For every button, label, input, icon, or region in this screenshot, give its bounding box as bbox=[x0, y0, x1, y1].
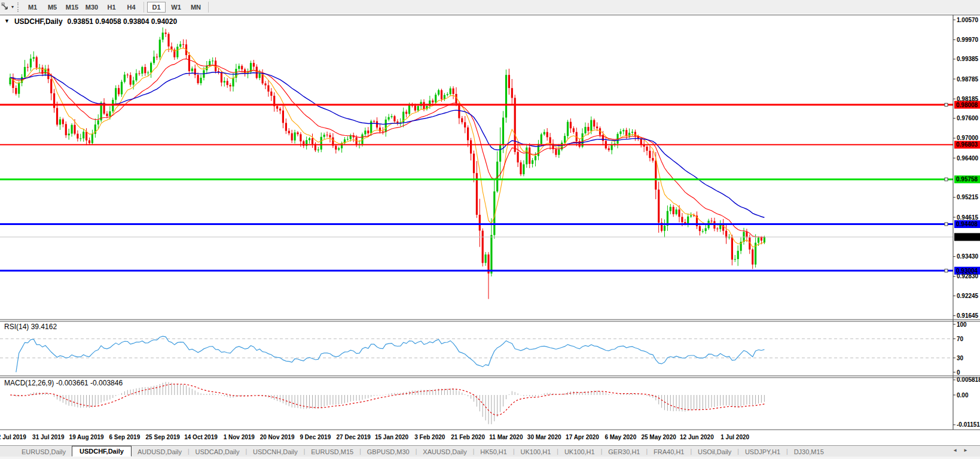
date-axis-label: 20 Nov 2019 bbox=[260, 434, 295, 440]
tab-usdcnh-daily[interactable]: USDCNH,Daily bbox=[247, 447, 304, 457]
date-axis-label: 1 Nov 2019 bbox=[224, 434, 255, 440]
price-axis-tick-label: 0.97000 bbox=[957, 135, 979, 141]
timeframe-button-m15[interactable]: M15 bbox=[63, 2, 81, 13]
date-axis-label: 15 Jan 2020 bbox=[375, 434, 408, 440]
timeframe-button-d1[interactable]: D1 bbox=[147, 2, 166, 13]
timeframe-button-m30[interactable]: M30 bbox=[83, 2, 101, 13]
price-axis-tick-label: 0.99385 bbox=[957, 56, 979, 62]
tab-usdcad-daily[interactable]: USDCAD,Daily bbox=[190, 447, 246, 457]
price-axis-tick-label: 0.92830 bbox=[957, 273, 979, 279]
hline-handle[interactable] bbox=[945, 178, 948, 181]
timeframe-buttons: M1M5M15M30H1H4D1W1MN bbox=[23, 2, 211, 13]
date-axis-label: 12 Jul 2019 bbox=[0, 434, 26, 440]
date-axis-label: 14 Oct 2019 bbox=[184, 434, 218, 440]
price-axis-tick-label: 0.93430 bbox=[957, 253, 979, 260]
toolbar-separator bbox=[144, 2, 144, 13]
timeframe-button-h4[interactable]: H4 bbox=[122, 2, 141, 13]
timeframe-button-w1[interactable]: W1 bbox=[167, 2, 185, 13]
timeframe-button-m1[interactable]: M1 bbox=[23, 2, 42, 13]
timeframe-button-m5[interactable]: M5 bbox=[43, 2, 62, 13]
tab-dj30-m15[interactable]: DJ30,M15 bbox=[788, 447, 830, 457]
date-axis-label: 1 Jul 2020 bbox=[721, 434, 749, 440]
tab-uk100-h1[interactable]: UK100,H1 bbox=[558, 447, 601, 457]
price-axis-tick-label: 0.97600 bbox=[957, 115, 979, 121]
date-axis-label: 27 Dec 2019 bbox=[337, 434, 371, 440]
price-axis-tick-label: 0.98185 bbox=[957, 96, 979, 102]
tab-eurusd-daily[interactable]: EURUSD,Daily bbox=[16, 447, 72, 457]
date-axis-label: 6 Sep 2019 bbox=[109, 434, 141, 440]
status-strip bbox=[0, 457, 980, 459]
hline-handle[interactable] bbox=[945, 269, 948, 272]
tab-ger30-h1[interactable]: GER30,H1 bbox=[602, 447, 646, 457]
chart-title: ▼ USDCHF,Daily 0.93851 0.94058 0.93804 0… bbox=[4, 17, 177, 26]
date-axis-label: 11 Mar 2020 bbox=[489, 434, 523, 440]
tab-usoil-daily[interactable]: USOil,Daily bbox=[692, 447, 737, 457]
price-axis-tick-label: 0.99970 bbox=[957, 37, 979, 43]
date-axis-label: 25 May 2020 bbox=[641, 434, 676, 440]
price-axis-tick-label: 0.96400 bbox=[957, 155, 979, 162]
date-axis-label: 17 Apr 2020 bbox=[566, 434, 599, 440]
hline-handle[interactable] bbox=[945, 223, 948, 226]
toolbar-left-group: ▾ bbox=[0, 2, 23, 12]
chart-ohlc-values: 0.93851 0.94058 0.93804 0.94020 bbox=[68, 17, 178, 26]
rsi-indicator-label: RSI(14) 39.4162 bbox=[4, 323, 57, 331]
tool-dropdown-caret-icon[interactable]: ▾ bbox=[11, 4, 14, 10]
hline-price-label: 0.94408 bbox=[956, 221, 978, 227]
tab-eurusd-m15[interactable]: EURUSD,M15 bbox=[305, 447, 359, 457]
hline-price-label: 0.98008 bbox=[956, 102, 978, 108]
tab-usdchf-daily[interactable]: USDCHF,Daily bbox=[72, 446, 132, 457]
chart-tabs: EURUSD,Daily|USDCHF,Daily|AUDUSD,Daily|U… bbox=[16, 446, 830, 457]
trading-platform-window: ▾ M1M5M15M30H1H4D1W1MN 0.980080.968030.9… bbox=[0, 0, 980, 459]
macd-axis-label: 0.00 bbox=[957, 392, 969, 399]
price-axis-tick-label: 0.94615 bbox=[957, 214, 979, 221]
tab-usdjpy-h1[interactable]: USDJPY,H1 bbox=[739, 447, 786, 457]
date-axis-label: 19 Aug 2019 bbox=[69, 434, 104, 440]
tab-xauusd-daily[interactable]: XAUUSD,Daily bbox=[417, 447, 472, 457]
chart-tabs-bar: EURUSD,Daily|USDCHF,Daily|AUDUSD,Daily|U… bbox=[0, 445, 980, 457]
macd-indicator-label: MACD(12,26,9) -0.003661 -0.003846 bbox=[4, 379, 123, 387]
hline-price-label: 0.95758 bbox=[956, 176, 978, 183]
date-axis-label: 31 Jul 2019 bbox=[32, 434, 64, 440]
date-axis-label: 25 Sep 2019 bbox=[146, 434, 180, 440]
date-axis-label: 9 Dec 2019 bbox=[300, 434, 331, 440]
collapse-triangle-icon[interactable]: ▼ bbox=[4, 18, 10, 24]
crosshair-tool-icon[interactable] bbox=[1, 2, 11, 12]
timeframe-button-mn[interactable]: MN bbox=[187, 2, 205, 13]
current-price-label: 0.94020 bbox=[956, 234, 978, 241]
date-axis-label: 30 Mar 2020 bbox=[527, 434, 561, 440]
timeframe-toolbar: ▾ M1M5M15M30H1H4D1W1MN bbox=[0, 0, 980, 14]
tab-scroll-left-icon[interactable]: ◄ bbox=[952, 448, 963, 453]
tab-audusd-daily[interactable]: AUDUSD,Daily bbox=[132, 447, 188, 457]
date-axis-label: 21 Feb 2020 bbox=[451, 434, 485, 440]
date-axis-label: 3 Feb 2020 bbox=[414, 434, 445, 440]
hline-price-label: 0.96803 bbox=[956, 141, 978, 148]
toolbar-grip[interactable] bbox=[17, 2, 20, 12]
price-axis-tick-label: 0.92245 bbox=[957, 293, 979, 299]
tab-hk50-h1[interactable]: HK50,H1 bbox=[474, 447, 513, 457]
price-axis-tick-label: 0.91645 bbox=[957, 312, 979, 319]
hline-handle[interactable] bbox=[945, 104, 948, 107]
chart-symbol-label: USDCHF,Daily bbox=[14, 17, 63, 26]
price-axis-tick-label: 1.00570 bbox=[957, 17, 979, 23]
toolbar-separator bbox=[208, 2, 209, 13]
macd-axis-label: -0.011514 bbox=[957, 421, 980, 428]
tab-scroll-right-icon[interactable]: ► bbox=[963, 448, 974, 453]
tab-gbpusd-m30[interactable]: GBPUSD,M30 bbox=[361, 447, 416, 457]
timeframe-button-h1[interactable]: H1 bbox=[102, 2, 121, 13]
chart-window: 0.980080.968030.957580.944080.930040.940… bbox=[0, 14, 980, 430]
date-axis-label: 12 Jun 2020 bbox=[680, 434, 714, 440]
rsi-axis-label: 30 bbox=[957, 355, 964, 361]
rsi-axis-label: 70 bbox=[957, 336, 964, 342]
price-chart-svg[interactable]: 0.980080.968030.957580.944080.930040.940… bbox=[0, 14, 980, 430]
rsi-axis-label: 100 bbox=[957, 321, 967, 328]
date-axis-label: 6 May 2020 bbox=[605, 434, 636, 440]
tab-fra40-h1[interactable]: FRA40,H1 bbox=[648, 447, 690, 457]
tab-scroll-arrows: ◄► bbox=[952, 448, 974, 453]
price-axis-tick-label: 0.95215 bbox=[957, 194, 979, 200]
price-axis-tick-label: 0.98785 bbox=[957, 76, 979, 83]
tab-uk100-h1[interactable]: UK100,H1 bbox=[515, 447, 557, 457]
rsi-axis-label: 0 bbox=[957, 369, 960, 376]
date-axis[interactable]: 12 Jul 201931 Jul 201919 Aug 20196 Sep 2… bbox=[0, 430, 980, 445]
